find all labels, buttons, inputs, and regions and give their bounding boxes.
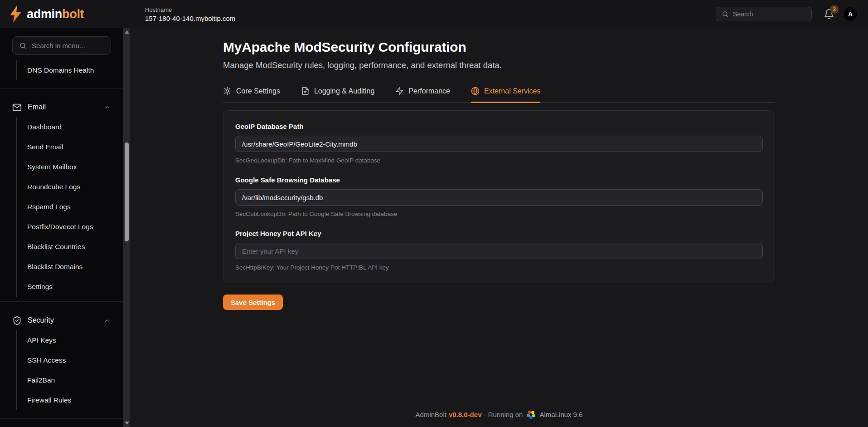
hostname-block: Hostname 157-180-40-140.myboltip.com [145,6,235,22]
geoip-database-path-input[interactable] [235,136,763,152]
field-helper-text: SecHttpBlKey: Your Project Honey Pot HTT… [235,264,763,271]
footer-os-name: AlmaLinux 9.6 [539,411,582,418]
tab-label: Performance [408,87,450,95]
notification-count-badge: 3 [830,5,839,14]
google-safe-browsing-db-input[interactable] [235,189,763,206]
almalinux-logo-icon [526,410,536,419]
search-icon [722,10,729,18]
tab-label: Logging & Auditing [314,87,374,95]
avatar[interactable]: A [844,7,857,21]
adminbolt-logo[interactable]: adminbolt [9,5,114,23]
save-settings-button[interactable]: Save Settings [223,294,283,310]
tab-bar: Core Settings Logging & Auditing Perform… [223,87,775,103]
sidebar-section-label: Security [28,316,54,324]
sidebar-item-postfix-dovecot-logs[interactable]: Postfix/Dovecot Logs [17,217,123,237]
sidebar-item-firewall-rules[interactable]: Firewall Rules [17,390,123,410]
sidebar-item-system-mailbox[interactable]: System Mailbox [17,157,123,177]
sidebar-section-email[interactable]: Email [0,97,123,117]
sidebar: DNS Domains Health Email Dashboard Send … [0,28,123,427]
sidebar-divider [0,88,123,88]
sidebar-item-blacklist-domains[interactable]: Blacklist Domains [17,257,123,277]
page-title: MyApache ModSecurity Configuration [223,39,775,55]
document-icon [301,87,310,95]
field-helper-text: SecGsbLookupDb: Path to Google Safe Brow… [235,211,763,217]
field-helper-text: SecGeoLookupDb: Path to MaxMind GeoIP da… [235,157,763,164]
lightning-icon [395,87,404,95]
tab-logging-auditing[interactable]: Logging & Auditing [301,87,374,103]
sidebar-group-email-items: Dashboard Send Email System Mailbox Roun… [16,117,123,297]
tab-label: External Services [484,87,541,95]
field-label: Google Safe Browsing Database [235,176,763,184]
topbar: adminbolt Hostname 157-180-40-140.mybolt… [0,0,868,28]
sidebar-divider [0,418,123,419]
tab-core-settings[interactable]: Core Settings [223,87,280,103]
gear-icon [223,87,232,95]
hostname-label: Hostname [145,6,235,13]
sidebar-group-dns: DNS Domains Health [16,60,123,80]
envelope-icon [12,103,22,112]
sidebar-divider [0,301,123,302]
lightning-bolt-logo-icon [9,5,23,23]
scrollbar-down-arrow-icon[interactable] [125,422,129,425]
hostname-value: 157-180-40-140.myboltip.com [145,15,235,22]
field-label: GeoIP Database Path [235,123,763,130]
form-field-honeypot: Project Honey Pot API Key SecHttpBlKey: … [235,230,763,271]
notifications-button[interactable]: 3 [824,9,834,20]
sidebar-item-api-keys[interactable]: API Keys [17,330,123,350]
global-search-input[interactable] [733,10,806,18]
field-label: Project Honey Pot API Key [235,230,763,237]
sidebar-item-blacklist-countries[interactable]: Blacklist Countries [17,237,123,257]
tab-label: Core Settings [236,87,280,95]
page-subtitle: Manage ModSecurity rules, logging, perfo… [223,60,775,70]
honeypot-api-key-input[interactable] [235,243,763,259]
sidebar-item-fail2ban[interactable]: Fail2Ban [17,370,123,390]
scrollbar-up-arrow-icon[interactable] [125,30,129,34]
tab-performance[interactable]: Performance [395,87,450,103]
search-icon [19,42,27,49]
shield-check-icon [12,316,22,325]
sidebar-section-security[interactable]: Security [0,310,123,330]
global-search[interactable] [716,7,812,21]
footer: AdminBolt v0.8.0-dev - Running on AlmaLi… [416,410,583,427]
sidebar-menu-search[interactable] [12,36,111,55]
footer-running-on: - Running on [484,411,523,418]
sidebar-item-dashboard[interactable]: Dashboard [17,117,123,137]
logo-text: adminbolt [27,7,84,21]
footer-app-name: AdminBolt [416,411,446,418]
sidebar-search-input[interactable] [32,42,104,49]
form-field-gsb: Google Safe Browsing Database SecGsbLook… [235,176,763,217]
sidebar-item-settings[interactable]: Settings [17,277,123,297]
sidebar-scrollbar-thumb[interactable] [125,142,129,241]
external-services-form-card: GeoIP Database Path SecGeoLookupDb: Path… [223,110,775,283]
sidebar-item-ssh-access[interactable]: SSH Access [17,350,123,370]
sidebar-item-rspamd-logs[interactable]: Rspamd Logs [17,197,123,217]
sidebar-item-roundcube-logs[interactable]: Roundcube Logs [17,177,123,197]
sidebar-item-send-email[interactable]: Send Email [17,137,123,157]
main-content: MyApache ModSecurity Configuration Manag… [130,28,868,427]
sidebar-section-label: Email [28,103,46,111]
sidebar-group-security-items: API Keys SSH Access Fail2Ban Firewall Ru… [16,330,123,410]
sidebar-scrollbar[interactable] [123,28,130,427]
footer-version[interactable]: v0.8.0-dev [449,411,482,418]
tab-external-services[interactable]: External Services [471,87,541,103]
sidebar-item-dns-domains-health[interactable]: DNS Domains Health [17,60,123,80]
form-field-geoip: GeoIP Database Path SecGeoLookupDb: Path… [235,123,763,164]
app-window: adminbolt Hostname 157-180-40-140.mybolt… [0,0,868,427]
globe-icon [471,87,480,95]
chevron-up-icon [104,317,111,324]
chevron-up-icon [104,104,111,111]
